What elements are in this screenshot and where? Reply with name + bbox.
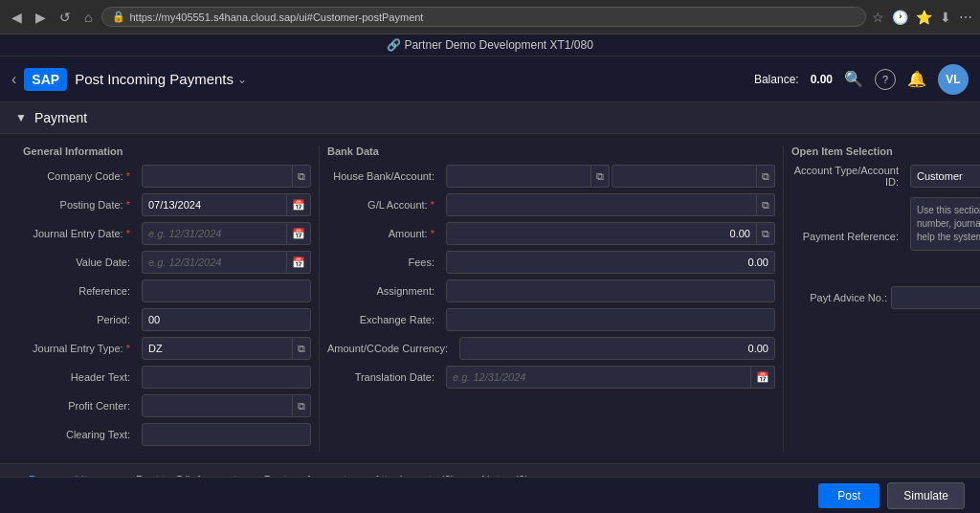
gl-account-input[interactable] bbox=[446, 193, 757, 216]
house-bank-row: House Bank/Account: ⧉ ⧉ bbox=[327, 165, 775, 188]
section-toggle-icon[interactable]: ▼ bbox=[15, 111, 27, 124]
exchange-rate-input[interactable] bbox=[446, 308, 775, 331]
journal-entry-type-input[interactable] bbox=[142, 337, 293, 360]
browser-back-btn[interactable]: ◀ bbox=[8, 8, 26, 27]
amount-ccode-input[interactable] bbox=[459, 337, 775, 360]
house-bank-label: House Bank/Account: bbox=[327, 170, 442, 182]
profit-center-label: Profit Center: bbox=[23, 400, 138, 412]
simulate-button[interactable]: Simulate bbox=[887, 482, 965, 509]
gl-account-label: G/L Account: bbox=[327, 199, 442, 211]
journal-entry-type-vh-icon[interactable]: ⧉ bbox=[293, 337, 311, 360]
bottom-action-bar: Post Simulate bbox=[0, 477, 980, 513]
journal-entry-date-input[interactable] bbox=[142, 222, 287, 245]
system-bar-text: 🔗 Partner Demo Development XT1/080 bbox=[387, 38, 593, 52]
bank-data-title: Bank Data bbox=[327, 145, 775, 157]
posting-date-input[interactable] bbox=[142, 193, 287, 216]
reference-row: Reference: bbox=[23, 279, 311, 302]
house-account-wrap: ⧉ bbox=[612, 165, 775, 188]
period-input[interactable] bbox=[142, 308, 311, 331]
app-title-container: Post Incoming Payments ⌄ bbox=[75, 71, 247, 87]
journal-entry-date-cal-icon[interactable]: 📅 bbox=[287, 222, 311, 245]
amount-currency-icon[interactable]: ⧉ bbox=[757, 222, 775, 245]
search-btn[interactable]: 🔍 bbox=[844, 70, 863, 88]
ois-title: Open Item Selection bbox=[791, 145, 980, 157]
section-title: Payment bbox=[34, 110, 87, 125]
company-code-label: Company Code: bbox=[23, 170, 138, 182]
assignment-label: Assignment: bbox=[327, 285, 442, 297]
bookmark-icon[interactable]: ⭐ bbox=[916, 10, 932, 25]
house-account-vh-icon[interactable]: ⧉ bbox=[757, 165, 775, 188]
journal-entry-type-wrap: ⧉ bbox=[142, 337, 311, 360]
reference-label: Reference: bbox=[23, 285, 138, 297]
value-date-cal-icon[interactable]: 📅 bbox=[287, 251, 311, 274]
amount-input[interactable] bbox=[446, 222, 757, 245]
house-bank-vh-icon[interactable]: ⧉ bbox=[591, 165, 610, 188]
browser-forward-btn[interactable]: ▶ bbox=[32, 8, 50, 27]
more-icon[interactable]: ⋯ bbox=[959, 10, 972, 25]
payt-advice-wrap: ⧉ bbox=[891, 286, 980, 309]
payment-ref-label: Payment Reference: bbox=[791, 231, 906, 242]
notifications-btn[interactable]: 🔔 bbox=[907, 70, 926, 88]
gl-account-row: G/L Account: ⧉ bbox=[327, 193, 775, 216]
translation-date-cal-icon[interactable]: 📅 bbox=[751, 366, 775, 389]
browser-bar: ◀ ▶ ↺ ⌂ 🔒 https://my405551.s4hana.cloud.… bbox=[0, 0, 980, 34]
header-text-row: Header Text: bbox=[23, 366, 311, 389]
period-label: Period: bbox=[23, 314, 138, 325]
url-text: https://my405551.s4hana.cloud.sap/ui#Cus… bbox=[129, 11, 423, 23]
app-title-dropdown-icon[interactable]: ⌄ bbox=[237, 73, 247, 86]
url-bar[interactable]: 🔒 https://my405551.s4hana.cloud.sap/ui#C… bbox=[101, 7, 866, 27]
header-text-input[interactable] bbox=[142, 366, 311, 389]
payt-advice-input[interactable] bbox=[891, 286, 980, 309]
profit-center-row: Profit Center: ⧉ bbox=[23, 394, 311, 417]
posting-date-label: Posting Date: bbox=[23, 199, 138, 211]
journal-entry-date-wrap: 📅 bbox=[142, 222, 311, 245]
history-icon[interactable]: 🕐 bbox=[892, 10, 908, 25]
translation-date-input[interactable] bbox=[446, 366, 751, 389]
fees-row: Fees: bbox=[327, 251, 775, 274]
house-account-input[interactable] bbox=[612, 165, 757, 188]
star-icon[interactable]: ☆ bbox=[872, 10, 884, 25]
journal-entry-date-label: Journal Entry Date: bbox=[23, 228, 138, 239]
header-back-btn[interactable]: ‹ bbox=[11, 71, 16, 88]
company-code-value-help-icon[interactable]: ⧉ bbox=[293, 165, 311, 188]
fees-label: Fees: bbox=[327, 256, 442, 268]
payment-ref-row: Payment Reference: Use this section to e… bbox=[791, 193, 980, 279]
gl-account-vh-icon[interactable]: ⧉ bbox=[757, 193, 775, 216]
avatar[interactable]: VL bbox=[938, 64, 969, 95]
fees-input[interactable] bbox=[446, 251, 775, 274]
amount-ccode-row: Amount/CCode Currency: bbox=[327, 337, 775, 360]
profit-center-input[interactable] bbox=[142, 394, 293, 417]
browser-home-btn[interactable]: ⌂ bbox=[80, 8, 96, 27]
account-type-dropdown[interactable]: Customer ▾ bbox=[910, 165, 980, 188]
company-code-input[interactable] bbox=[142, 165, 293, 188]
house-bank-input[interactable] bbox=[446, 165, 591, 188]
account-type-value: Customer bbox=[917, 170, 963, 182]
journal-entry-type-row: Journal Entry Type: ⧉ bbox=[23, 337, 311, 360]
profit-center-vh-icon[interactable]: ⧉ bbox=[293, 394, 311, 417]
posting-date-wrap: 📅 bbox=[142, 193, 311, 216]
download-icon[interactable]: ⬇ bbox=[940, 10, 951, 25]
company-code-field-wrap: ⧉ bbox=[142, 165, 311, 188]
assignment-input[interactable] bbox=[446, 279, 775, 302]
info-box-text: Use this section to enter information su… bbox=[917, 205, 980, 242]
value-date-row: Value Date: 📅 bbox=[23, 251, 311, 274]
app-title-text: Post Incoming Payments bbox=[75, 71, 234, 87]
payment-ref-content: Use this section to enter information su… bbox=[910, 193, 980, 279]
general-info-section: General Information Company Code: ⧉ Post… bbox=[15, 145, 320, 452]
translation-date-label: Translation Date: bbox=[327, 371, 442, 383]
gl-account-wrap: ⧉ bbox=[446, 193, 775, 216]
help-btn[interactable]: ? bbox=[875, 69, 896, 90]
browser-refresh-btn[interactable]: ↺ bbox=[56, 8, 75, 27]
journal-entry-type-label: Journal Entry Type: bbox=[23, 343, 138, 354]
browser-icons: ☆ 🕐 ⭐ ⬇ ⋯ bbox=[872, 10, 972, 25]
account-type-row: Account Type/Account ID: Customer ▾ ⧉ bbox=[791, 165, 980, 188]
post-button[interactable]: Post bbox=[818, 483, 880, 508]
reference-input[interactable] bbox=[142, 279, 311, 302]
payment-ref-info-box: Use this section to enter information su… bbox=[910, 197, 980, 251]
posting-date-cal-icon[interactable]: 📅 bbox=[287, 193, 311, 216]
clearing-text-input[interactable] bbox=[142, 423, 311, 446]
account-type-label: Account Type/Account ID: bbox=[791, 165, 906, 188]
assignment-row: Assignment: bbox=[327, 279, 775, 302]
value-date-input[interactable] bbox=[142, 251, 287, 274]
header-right: Balance: 0.00 🔍 ? 🔔 VL bbox=[754, 64, 969, 95]
